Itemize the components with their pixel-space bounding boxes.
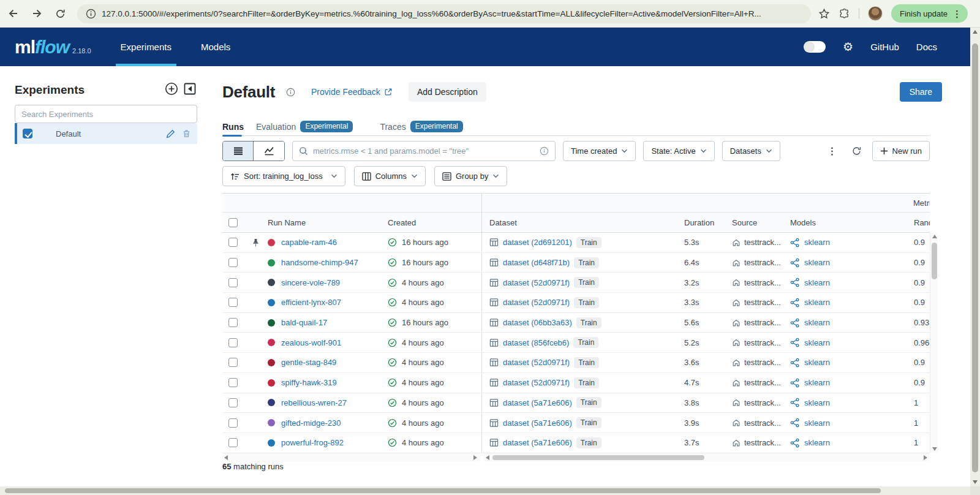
share-button[interactable]: Share: [900, 82, 942, 102]
frozen-columns-hscrollbar[interactable]: [222, 453, 479, 461]
browser-menu-icon[interactable]: ⋮: [952, 9, 962, 18]
browser-profile-avatar[interactable]: [868, 6, 883, 21]
model-link[interactable]: sklearn: [804, 258, 830, 267]
col-metric-random[interactable]: Random: [914, 218, 930, 227]
table-vertical-scrollbar[interactable]: [930, 233, 938, 453]
add-description-button[interactable]: Add Description: [409, 82, 486, 102]
row-checkbox[interactable]: [228, 298, 238, 307]
table-hscrollbar[interactable]: [484, 453, 929, 461]
tab-runs[interactable]: Runs: [222, 118, 244, 136]
table-vscroll-thumb[interactable]: [932, 243, 937, 279]
run-name-link[interactable]: gifted-midge-230: [281, 418, 341, 428]
scroll-up-arrow[interactable]: [930, 233, 938, 240]
more-options-button[interactable]: ⋮: [823, 141, 842, 161]
extensions-icon[interactable]: [839, 8, 850, 20]
row-checkbox[interactable]: [228, 238, 238, 247]
model-link[interactable]: sklearn: [804, 378, 830, 387]
row-checkbox[interactable]: [228, 258, 238, 267]
pin-icon[interactable]: [251, 238, 260, 248]
scroll-left-arrow[interactable]: [484, 453, 491, 462]
run-name-link[interactable]: zealous-wolf-901: [281, 338, 341, 347]
model-link[interactable]: sklearn: [804, 298, 830, 307]
model-link[interactable]: sklearn: [804, 358, 830, 367]
source-link[interactable]: testtrack...: [744, 438, 781, 447]
delete-trash-icon[interactable]: [182, 129, 191, 138]
collapse-sidebar-icon[interactable]: [183, 82, 197, 96]
select-all-checkbox[interactable]: [228, 218, 238, 227]
model-link[interactable]: sklearn: [804, 418, 830, 428]
dataset-link[interactable]: dataset (52d0971f): [503, 298, 570, 307]
run-name-link[interactable]: powerful-frog-892: [281, 438, 344, 447]
model-link[interactable]: sklearn: [804, 338, 830, 347]
search-info-icon[interactable]: [540, 146, 549, 156]
browser-forward-button[interactable]: [27, 4, 47, 23]
source-link[interactable]: testtrack...: [744, 238, 781, 247]
group-by-dropdown[interactable]: Group by: [434, 166, 507, 186]
model-link[interactable]: sklearn: [804, 278, 830, 287]
page-scroll-up-arrow[interactable]: [973, 30, 978, 34]
add-experiment-icon[interactable]: [165, 82, 178, 96]
browser-refresh-button[interactable]: [50, 4, 70, 23]
col-duration[interactable]: Duration: [684, 218, 714, 227]
datasets-filter[interactable]: Datasets: [722, 141, 780, 161]
source-link[interactable]: testtrack...: [744, 358, 781, 367]
col-run-name[interactable]: Run Name: [268, 218, 306, 227]
nav-item-models[interactable]: Models: [201, 28, 230, 66]
page-vscroll-thumb[interactable]: [972, 43, 978, 472]
page-vertical-scrollbar[interactable]: [970, 28, 980, 486]
tab-traces[interactable]: Traces Experimental: [380, 118, 462, 136]
dataset-link[interactable]: dataset (5a71e606): [503, 418, 572, 428]
refresh-runs-button[interactable]: [848, 141, 866, 161]
scroll-right-arrow[interactable]: [472, 453, 479, 462]
col-dataset[interactable]: Dataset: [489, 218, 517, 227]
source-link[interactable]: testtrack...: [744, 258, 781, 267]
col-created[interactable]: Created: [388, 218, 416, 227]
row-checkbox[interactable]: [228, 398, 238, 407]
dataset-link[interactable]: dataset (52d0971f): [503, 278, 570, 287]
experiment-label[interactable]: Default: [56, 129, 81, 138]
col-models[interactable]: Models: [790, 218, 816, 227]
dataset-link[interactable]: dataset (06bb3a63): [503, 318, 572, 327]
row-checkbox[interactable]: [228, 418, 238, 428]
source-link[interactable]: testtrack...: [744, 278, 781, 287]
run-name-link[interactable]: spiffy-hawk-319: [281, 378, 337, 387]
tab-evaluation[interactable]: Evaluation Experimental: [256, 118, 353, 136]
mlflow-logo[interactable]: mlflow 2.18.0: [15, 37, 91, 58]
row-checkbox[interactable]: [228, 438, 238, 447]
experiment-checkbox[interactable]: [23, 129, 32, 138]
bookmark-star-icon[interactable]: [818, 8, 830, 20]
list-view-button[interactable]: [223, 142, 254, 161]
row-checkbox[interactable]: [228, 278, 238, 287]
sort-dropdown[interactable]: Sort: training_log_loss: [222, 166, 345, 186]
run-search-input[interactable]: [313, 146, 535, 156]
dataset-link[interactable]: dataset (d648f71b): [503, 258, 570, 267]
run-name-link[interactable]: handsome-chimp-947: [281, 258, 358, 267]
page-hscroll-thumb[interactable]: [5, 488, 881, 493]
row-checkbox[interactable]: [228, 378, 238, 387]
experiment-search-input[interactable]: [15, 105, 197, 123]
source-link[interactable]: testtrack...: [744, 398, 781, 407]
row-checkbox[interactable]: [228, 318, 238, 327]
columns-dropdown[interactable]: Columns: [354, 166, 426, 186]
run-name-link[interactable]: bald-quail-17: [281, 318, 327, 327]
run-name-link[interactable]: capable-ram-46: [281, 238, 337, 247]
dataset-link[interactable]: dataset (5a71e606): [503, 438, 572, 447]
chart-view-button[interactable]: [254, 142, 284, 161]
dataset-link[interactable]: dataset (2d691201): [503, 238, 572, 247]
source-link[interactable]: testtrack...: [744, 338, 781, 347]
scroll-right-arrow[interactable]: [922, 453, 929, 462]
table-hscroll-thumb[interactable]: [492, 455, 704, 460]
docs-link[interactable]: Docs: [916, 42, 937, 52]
site-info-icon[interactable]: [86, 9, 96, 19]
col-source[interactable]: Source: [732, 218, 757, 227]
dataset-link[interactable]: dataset (52d0971f): [503, 378, 570, 387]
dataset-link[interactable]: dataset (52d0971f): [503, 358, 570, 367]
browser-back-button[interactable]: [4, 4, 23, 23]
provide-feedback-link[interactable]: Provide Feedback: [311, 87, 393, 97]
sidebar-item-default[interactable]: Default: [15, 123, 197, 144]
new-run-button[interactable]: New run: [872, 141, 930, 161]
page-horizontal-scrollbar[interactable]: [0, 486, 970, 495]
source-link[interactable]: testtrack...: [744, 298, 781, 307]
row-checkbox[interactable]: [228, 358, 238, 367]
source-link[interactable]: testtrack...: [744, 418, 781, 428]
